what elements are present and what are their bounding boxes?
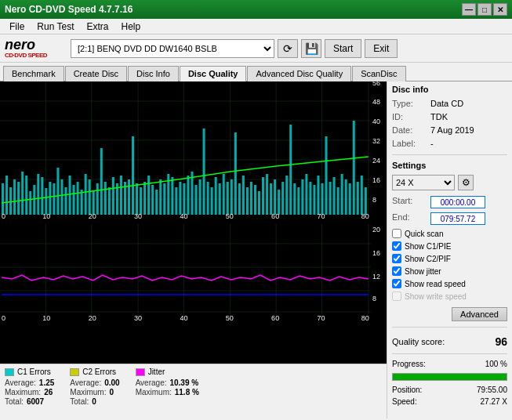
- svg-text:50: 50: [226, 212, 234, 220]
- exit-button[interactable]: Exit: [365, 39, 398, 58]
- svg-rect-72: [227, 182, 229, 215]
- show-c2-pif-checkbox[interactable]: [392, 254, 401, 263]
- title-controls[interactable]: — □ ✕: [462, 3, 507, 16]
- minimize-button[interactable]: —: [462, 3, 476, 16]
- settings-icon-button[interactable]: ⚙: [458, 175, 474, 190]
- show-write-speed-checkbox[interactable]: [392, 291, 401, 301]
- svg-rect-69: [215, 177, 217, 215]
- c1-total-row: Total: 6007: [5, 397, 54, 406]
- svg-rect-107: [365, 187, 367, 215]
- start-time-input[interactable]: [430, 196, 485, 208]
- svg-text:20: 20: [372, 226, 380, 234]
- c1-maximum-value: 26: [44, 388, 53, 396]
- quick-scan-checkbox[interactable]: [392, 229, 401, 238]
- c1-average-row: Average: 1.25: [5, 378, 54, 387]
- tab-advanced-disc-quality[interactable]: Advanced Disc Quality: [247, 66, 351, 81]
- svg-rect-32: [69, 176, 71, 215]
- chart1-svg: 56 48 40 32 24 16 8 0 10 20 30 40 50 60 …: [0, 81, 387, 223]
- svg-rect-96: [321, 183, 323, 215]
- save-icon-button[interactable]: 💾: [301, 39, 321, 58]
- svg-text:40: 40: [180, 314, 187, 322]
- svg-text:30: 30: [134, 212, 142, 220]
- maximize-button[interactable]: □: [478, 3, 492, 16]
- svg-rect-89: [293, 183, 296, 215]
- svg-text:56: 56: [372, 81, 380, 87]
- svg-rect-20: [21, 172, 24, 215]
- close-button[interactable]: ✕: [493, 3, 507, 16]
- drive-select[interactable]: [2:1] BENQ DVD DD DW1640 BSLB: [71, 39, 274, 58]
- progress-value: 100 %: [485, 360, 507, 368]
- progress-bar-outer: [392, 373, 507, 381]
- disc-id-label: ID:: [392, 112, 427, 121]
- menu-file[interactable]: File: [3, 20, 31, 33]
- c2-maximum-value: 0: [109, 388, 114, 396]
- quick-scan-row: Quick scan: [392, 229, 507, 238]
- svg-text:32: 32: [372, 137, 380, 145]
- show-c2-pif-label: Show C2/PIF: [405, 255, 451, 263]
- speed-select[interactable]: 24 X: [392, 175, 455, 190]
- disc-date-row: Date: 7 Aug 2019: [392, 125, 507, 135]
- svg-rect-61: [183, 183, 185, 215]
- svg-text:0: 0: [2, 212, 5, 220]
- show-read-speed-checkbox[interactable]: [392, 279, 401, 288]
- tab-benchmark[interactable]: Benchmark: [3, 66, 64, 81]
- c2-total-row: Total: 0: [70, 397, 119, 406]
- toolbar: nero CD·DVD SPEED [2:1] BENQ DVD DD DW16…: [0, 34, 512, 63]
- show-jitter-checkbox[interactable]: [392, 266, 401, 276]
- right-panel: Disc info Type: Data CD ID: TDK Date: 7 …: [387, 81, 512, 418]
- svg-rect-62: [187, 176, 189, 215]
- stats-bottom: C1 Errors Average: 1.25 Maximum: 26 Tota…: [0, 364, 387, 418]
- start-button[interactable]: Start: [325, 39, 361, 58]
- svg-rect-100: [337, 187, 340, 215]
- menu-help[interactable]: Help: [115, 20, 147, 33]
- svg-rect-16: [5, 176, 8, 215]
- tab-disc-quality[interactable]: Disc Quality: [180, 66, 247, 81]
- title-bar: Nero CD-DVD Speed 4.7.7.16 — □ ✕: [0, 0, 512, 19]
- tab-create-disc[interactable]: Create Disc: [65, 66, 127, 81]
- show-c1-pie-row: Show C1/PIE: [392, 241, 507, 251]
- jitter-legend: Jitter: [136, 368, 199, 376]
- show-read-speed-row: Show read speed: [392, 279, 507, 288]
- svg-rect-64: [195, 185, 198, 215]
- svg-rect-21: [25, 176, 27, 215]
- tab-disc-info[interactable]: Disc Info: [128, 66, 179, 81]
- end-time-label: End:: [392, 212, 427, 225]
- c1-total-label: Total:: [5, 397, 24, 406]
- settings-title: Settings: [392, 161, 507, 170]
- c1-stats: C1 Errors Average: 1.25 Maximum: 26 Tota…: [5, 368, 54, 406]
- refresh-icon-button[interactable]: ⟳: [278, 39, 298, 58]
- svg-rect-106: [361, 176, 363, 215]
- show-read-speed-label: Show read speed: [405, 280, 466, 288]
- svg-rect-27: [49, 182, 51, 215]
- svg-rect-18: [13, 179, 16, 215]
- svg-rect-24: [37, 174, 39, 215]
- menu-extra[interactable]: Extra: [80, 20, 114, 33]
- tab-scan-disc[interactable]: ScanDisc: [352, 66, 405, 81]
- svg-rect-36: [85, 174, 87, 215]
- svg-text:30: 30: [134, 314, 142, 322]
- jitter-average-label: Average:: [136, 378, 167, 387]
- start-time-row: Start:: [392, 196, 507, 208]
- position-row: Position: 79:55.00: [392, 386, 507, 394]
- end-time-input[interactable]: [430, 212, 485, 225]
- nero-logo-text: nero: [5, 38, 67, 52]
- svg-rect-74: [234, 132, 237, 215]
- divider-3: [392, 353, 507, 354]
- svg-rect-93: [309, 182, 311, 215]
- jitter-maximum-row: Maximum: 11.8 %: [136, 388, 199, 396]
- svg-rect-94: [313, 185, 315, 215]
- show-c1-pie-checkbox[interactable]: [392, 241, 401, 251]
- svg-rect-83: [270, 183, 272, 215]
- svg-rect-66: [203, 129, 205, 215]
- jitter-stats: Jitter Average: 10.39 % Maximum: 11.8 %: [136, 368, 199, 396]
- advanced-button[interactable]: Advanced: [452, 307, 507, 321]
- svg-rect-51: [143, 182, 146, 215]
- svg-rect-28: [53, 183, 55, 215]
- app-title: Nero CD-DVD Speed 4.7.7.16: [5, 4, 462, 15]
- svg-rect-92: [305, 174, 307, 215]
- c2-total-label: Total:: [70, 397, 89, 406]
- menu-run-test[interactable]: Run Test: [31, 20, 80, 33]
- svg-text:10: 10: [42, 314, 50, 322]
- svg-rect-55: [159, 179, 162, 215]
- svg-rect-75: [238, 183, 241, 215]
